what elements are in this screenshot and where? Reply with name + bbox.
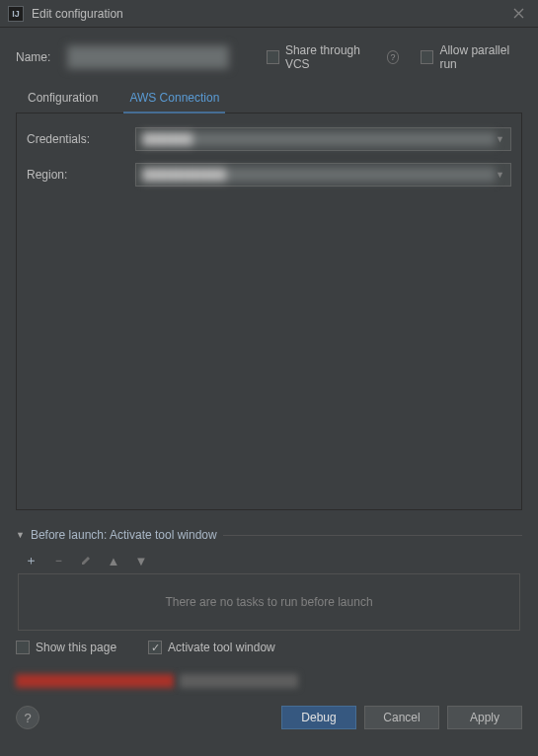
apply-button[interactable]: Apply bbox=[447, 706, 522, 729]
region-label: Region: bbox=[27, 168, 135, 182]
credentials-dropdown[interactable]: ██████ ▼ bbox=[135, 127, 511, 151]
error-text bbox=[180, 674, 298, 688]
activate-tool-window-label: Activate tool window bbox=[168, 641, 275, 654]
tab-configuration[interactable]: Configuration bbox=[24, 85, 102, 113]
app-icon: IJ bbox=[8, 6, 24, 22]
titlebar: IJ Edit configuration bbox=[0, 0, 538, 28]
add-task-button[interactable]: ＋ bbox=[24, 554, 38, 567]
chevron-down-icon: ▼ bbox=[496, 170, 504, 180]
move-down-button: ▼ bbox=[134, 554, 148, 567]
divider bbox=[223, 535, 522, 536]
region-dropdown[interactable]: ██████████ ▼ bbox=[135, 163, 511, 187]
edit-task-button bbox=[79, 554, 93, 567]
empty-tasks-text: There are no tasks to run before launch bbox=[165, 595, 372, 609]
tab-aws-connection[interactable]: AWS Connection bbox=[125, 85, 223, 113]
share-vcs-checkbox[interactable] bbox=[267, 50, 279, 64]
before-launch-title: Before launch: Activate tool window bbox=[31, 528, 217, 542]
chevron-down-icon: ▼ bbox=[496, 134, 504, 144]
tab-panel: Credentials: ██████ ▼ Region: ██████████… bbox=[16, 113, 522, 510]
show-page-checkbox[interactable] bbox=[16, 641, 30, 654]
move-up-button: ▲ bbox=[107, 554, 120, 567]
show-page-label: Show this page bbox=[36, 641, 116, 654]
debug-button[interactable]: Debug bbox=[281, 706, 356, 729]
before-launch-header[interactable]: ▼ Before launch: Activate tool window bbox=[16, 528, 522, 542]
share-vcs-label: Share through VCS bbox=[285, 43, 379, 71]
tabs: Configuration AWS Connection bbox=[16, 85, 522, 113]
error-badge bbox=[16, 674, 174, 688]
allow-parallel-checkbox[interactable] bbox=[421, 50, 433, 64]
error-banner bbox=[16, 674, 522, 688]
remove-task-button: － bbox=[51, 554, 65, 567]
name-label: Name: bbox=[16, 50, 57, 64]
window-title: Edit configuration bbox=[32, 7, 506, 21]
cancel-button[interactable]: Cancel bbox=[364, 706, 439, 729]
disclosure-triangle-icon: ▼ bbox=[16, 530, 25, 540]
activate-tool-window-checkbox[interactable] bbox=[148, 641, 162, 654]
allow-parallel-label: Allow parallel run bbox=[439, 43, 522, 71]
credentials-label: Credentials: bbox=[27, 132, 135, 146]
before-launch-task-list: There are no tasks to run before launch bbox=[18, 573, 520, 631]
close-button[interactable] bbox=[506, 2, 530, 26]
share-vcs-help-icon[interactable]: ? bbox=[387, 50, 400, 64]
name-input[interactable] bbox=[67, 45, 229, 69]
help-button[interactable]: ? bbox=[16, 706, 39, 729]
region-value: ██████████ bbox=[142, 168, 496, 182]
credentials-value: ██████ bbox=[142, 132, 496, 146]
